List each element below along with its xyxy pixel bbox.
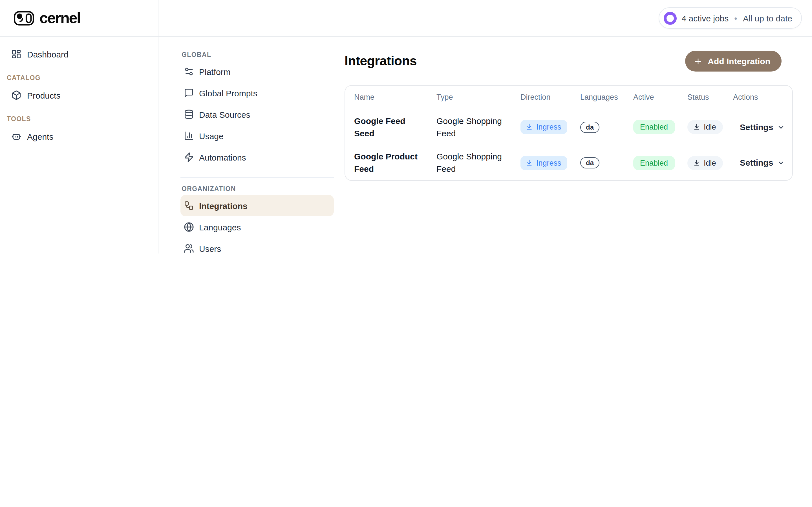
subnav-item-label: Platform <box>199 67 231 76</box>
subnav-divider <box>181 177 334 178</box>
users-icon <box>184 243 194 253</box>
zap-icon <box>184 152 194 162</box>
column-header-name: Name <box>345 93 437 101</box>
status-badge: Idle <box>688 120 723 134</box>
subnav-item-label: Global Prompts <box>199 88 257 98</box>
subnav-item-label: Integrations <box>199 201 248 210</box>
subnav-item-label: Users <box>199 244 221 253</box>
bar-chart-icon <box>184 131 194 141</box>
subnav-item-platform[interactable]: Platform <box>181 61 334 82</box>
table-header-row: Name Type Direction Languages Active Sta… <box>345 86 792 109</box>
column-header-actions: Actions <box>733 93 792 101</box>
row-settings-button[interactable]: Settings <box>733 122 785 131</box>
package-icon <box>11 90 21 100</box>
subnav-item-data-sources[interactable]: Data Sources <box>181 104 334 125</box>
arrow-down-to-line-icon <box>525 123 533 131</box>
sidebar-item-label: Agents <box>27 131 53 141</box>
topbar: 4 active jobs • All up to date <box>158 0 812 37</box>
subnav-item-usage[interactable]: Usage <box>181 125 334 147</box>
brand-name: cernel <box>40 9 80 27</box>
row-settings-button[interactable]: Settings <box>733 158 785 167</box>
bot-icon <box>11 131 21 142</box>
main-content: Integrations Add Integration Name Type D… <box>345 37 812 253</box>
app-root: cernel Dashboard CATALOG Products TOOLS <box>0 0 812 253</box>
sync-status: All up to date <box>743 13 792 23</box>
sidebar-item-label: Dashboard <box>27 49 68 59</box>
sidebar-section-catalog: CATALOG <box>7 74 151 81</box>
jobs-status-pill[interactable]: 4 active jobs • All up to date <box>659 7 802 29</box>
table-row: Google Product Feed Google Shopping Feed… <box>345 145 792 180</box>
subnav-section-organization: ORGANIZATION <box>182 185 334 192</box>
subnav-item-integrations[interactable]: Integrations <box>181 195 334 216</box>
table-row: Google Feed Seed Google Shopping Feed In… <box>345 109 792 145</box>
dashboard-icon <box>11 49 21 59</box>
settings-subnav: GLOBAL Platform Global Prompts <box>158 37 345 253</box>
column-header-direction: Direction <box>520 93 580 101</box>
subnav-item-label: Automations <box>199 152 246 162</box>
chevron-down-icon <box>777 159 785 167</box>
plus-icon <box>694 57 703 66</box>
sidebar-item-products[interactable]: Products <box>7 84 151 106</box>
sliders-icon <box>184 66 194 76</box>
direction-badge: Ingress <box>520 156 567 170</box>
integration-type: Google Shopping Feed <box>437 151 510 175</box>
content-column: 4 active jobs • All up to date GLOBAL Pl… <box>158 0 812 253</box>
sidebar-section-tools: TOOLS <box>7 115 151 122</box>
column-header-status: Status <box>688 93 733 101</box>
brand-mark-icon <box>13 10 35 25</box>
sidebar-item-dashboard[interactable]: Dashboard <box>7 43 151 65</box>
subnav-item-users[interactable]: Users <box>181 238 334 253</box>
add-integration-label: Add Integration <box>708 56 770 66</box>
subnav-item-global-prompts[interactable]: Global Prompts <box>181 82 334 104</box>
subnav-item-label: Languages <box>199 222 241 232</box>
dot-separator: • <box>734 13 737 23</box>
add-integration-button[interactable]: Add Integration <box>685 51 781 71</box>
logo[interactable]: cernel <box>0 0 158 37</box>
sidebar-nav: Dashboard CATALOG Products TOOLS Agents <box>0 37 158 253</box>
arrow-down-to-line-icon <box>525 159 533 166</box>
column-header-languages: Languages <box>580 93 633 101</box>
sidebar: cernel Dashboard CATALOG Products TOOLS <box>0 0 158 253</box>
active-badge: Enabled <box>633 156 675 170</box>
arrow-down-to-line-icon <box>693 159 700 166</box>
subnav-item-languages[interactable]: Languages <box>181 216 334 238</box>
integration-name: Google Feed Seed <box>345 115 418 139</box>
message-square-icon <box>184 88 194 98</box>
sidebar-item-agents[interactable]: Agents <box>7 126 151 147</box>
active-jobs-count: 4 active jobs <box>682 13 729 23</box>
integrations-table: Name Type Direction Languages Active Sta… <box>345 85 793 181</box>
subnav-item-label: Usage <box>199 131 223 140</box>
integration-type: Google Shopping Feed <box>437 115 510 139</box>
arrow-down-to-line-icon <box>693 123 700 131</box>
status-badge: Idle <box>688 156 723 170</box>
page-title: Integrations <box>345 54 417 69</box>
language-badge: da <box>580 157 599 168</box>
subnav-item-automations[interactable]: Automations <box>181 147 334 168</box>
subnav-section-global: GLOBAL <box>182 51 334 58</box>
workflow-icon <box>184 201 194 211</box>
direction-badge: Ingress <box>520 120 567 134</box>
active-badge: Enabled <box>633 120 675 134</box>
integration-name: Google Product Feed <box>345 151 418 175</box>
subnav-item-label: Data Sources <box>199 110 250 119</box>
database-icon <box>184 109 194 119</box>
column-header-active: Active <box>633 93 688 101</box>
sidebar-item-label: Products <box>27 91 60 100</box>
column-header-type: Type <box>437 93 520 101</box>
chevron-down-icon <box>777 123 785 131</box>
globe-icon <box>184 222 194 232</box>
language-badge: da <box>580 121 599 133</box>
progress-ring-icon <box>664 11 677 24</box>
